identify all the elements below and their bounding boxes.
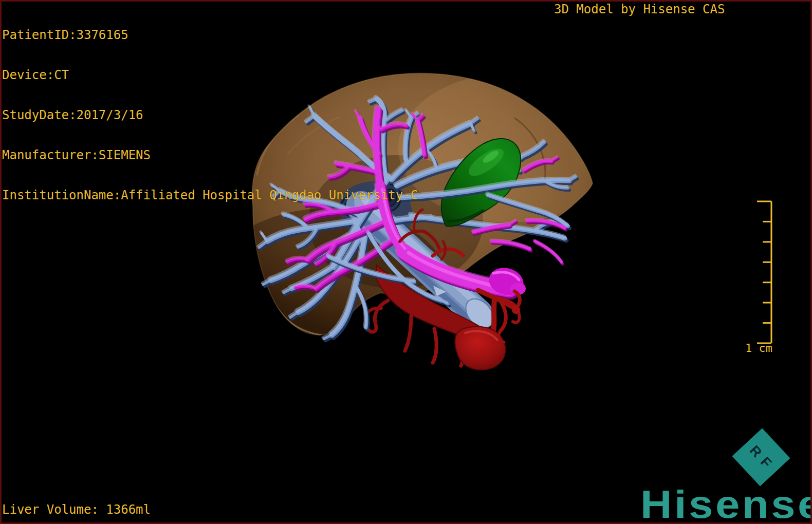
device-line: Device:CT (2, 68, 418, 82)
model-watermark: 3D Model by Hisense CAS (554, 3, 725, 16)
rf-badge-text: RF (744, 439, 779, 475)
patient-id-line: PatientID:3376165 (2, 28, 418, 42)
scale-bar (740, 198, 786, 352)
hisense-logo: Hisense (640, 482, 812, 524)
scale-bar-label: 1 cm (745, 342, 772, 355)
manufacturer-line: Manufacturer:SIEMENS (2, 148, 418, 162)
study-date-line: StudyDate:2017/3/16 (2, 108, 418, 122)
institution-line: InstitutionName:Affiliated Hospital Qing… (2, 189, 418, 202)
liver-volume-readout: Liver Volume: 1366ml (2, 503, 151, 516)
viewer-canvas[interactable]: PatientID:3376165 Device:CT StudyDate:20… (0, 0, 812, 524)
patient-info-block: PatientID:3376165 Device:CT StudyDate:20… (2, 2, 418, 229)
